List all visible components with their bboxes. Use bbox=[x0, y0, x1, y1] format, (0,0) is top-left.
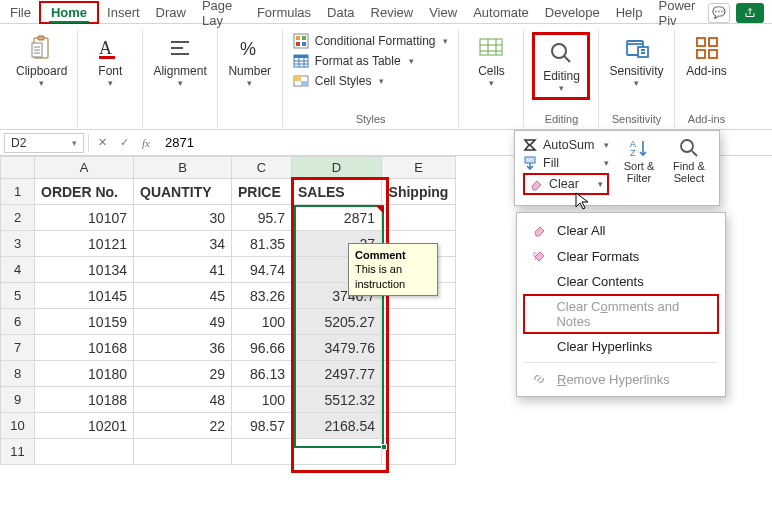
cell-C7[interactable]: 96.66 bbox=[232, 335, 292, 361]
row-header[interactable]: 4 bbox=[1, 257, 35, 283]
cell-D2[interactable]: 2871 bbox=[292, 205, 382, 231]
cell-B9[interactable]: 48 bbox=[134, 387, 232, 413]
cell-C1[interactable]: PRICE bbox=[232, 179, 292, 205]
tab-insert[interactable]: Insert bbox=[99, 3, 148, 22]
cell-C8[interactable]: 86.13 bbox=[232, 361, 292, 387]
alignment-button[interactable]: Alignment ▾ bbox=[151, 32, 208, 90]
cell-B11[interactable] bbox=[134, 439, 232, 465]
comments-icon[interactable]: 💬 bbox=[708, 3, 730, 23]
cell-B1[interactable]: QUANTITY bbox=[134, 179, 232, 205]
row-header[interactable]: 9 bbox=[1, 387, 35, 413]
cell-B6[interactable]: 49 bbox=[134, 309, 232, 335]
cell-E2[interactable] bbox=[382, 205, 456, 231]
cell-A6[interactable]: 10159 bbox=[35, 309, 134, 335]
row-header[interactable]: 10 bbox=[1, 413, 35, 439]
row-header[interactable]: 6 bbox=[1, 309, 35, 335]
find-select-button[interactable]: Find & Select bbox=[667, 137, 711, 184]
cell-D7[interactable]: 3479.76 bbox=[292, 335, 382, 361]
selection-handle[interactable] bbox=[381, 444, 387, 450]
tab-automate[interactable]: Automate bbox=[465, 3, 537, 22]
enter-icon[interactable]: ✓ bbox=[115, 134, 133, 152]
cell-C10[interactable]: 98.57 bbox=[232, 413, 292, 439]
addins-button[interactable]: Add-ins bbox=[683, 32, 731, 80]
cell-A9[interactable]: 10188 bbox=[35, 387, 134, 413]
cell-E7[interactable] bbox=[382, 335, 456, 361]
cell-A5[interactable]: 10145 bbox=[35, 283, 134, 309]
row-header[interactable]: 7 bbox=[1, 335, 35, 361]
tab-draw[interactable]: Draw bbox=[148, 3, 194, 22]
row-header[interactable]: 1 bbox=[1, 179, 35, 205]
fill-button[interactable]: Fill ▾ bbox=[523, 155, 609, 171]
format-as-table-button[interactable]: Format as Table ▾ bbox=[291, 52, 451, 70]
cell-C4[interactable]: 94.74 bbox=[232, 257, 292, 283]
row-header[interactable]: 2 bbox=[1, 205, 35, 231]
clear-button[interactable]: Clear ▾ bbox=[523, 173, 609, 195]
cell-A1[interactable]: ORDER No. bbox=[35, 179, 134, 205]
font-button[interactable]: A Font ▾ bbox=[86, 32, 134, 90]
clear-formats-button[interactable]: % Clear Formats bbox=[517, 243, 725, 269]
clear-contents-button[interactable]: Clear Contents bbox=[517, 269, 725, 294]
cell-B10[interactable]: 22 bbox=[134, 413, 232, 439]
conditional-formatting-button[interactable]: Conditional Formatting ▾ bbox=[291, 32, 451, 50]
cell-E8[interactable] bbox=[382, 361, 456, 387]
row-header[interactable]: 11 bbox=[1, 439, 35, 465]
cell-D1[interactable]: SALES bbox=[292, 179, 382, 205]
row-header[interactable]: 5 bbox=[1, 283, 35, 309]
tab-review[interactable]: Review bbox=[363, 3, 422, 22]
cell-E6[interactable] bbox=[382, 309, 456, 335]
editing-button[interactable]: Editing ▾ bbox=[537, 37, 585, 95]
cell-A3[interactable]: 10121 bbox=[35, 231, 134, 257]
cell-C3[interactable]: 81.35 bbox=[232, 231, 292, 257]
clear-all-button[interactable]: Clear All bbox=[517, 217, 725, 243]
cell-A10[interactable]: 10201 bbox=[35, 413, 134, 439]
sensitivity-button[interactable]: Sensitivity ▾ bbox=[607, 32, 665, 90]
cell-B7[interactable]: 36 bbox=[134, 335, 232, 361]
cell-E11[interactable] bbox=[382, 439, 456, 465]
cell-C2[interactable]: 95.7 bbox=[232, 205, 292, 231]
col-header-B[interactable]: B bbox=[134, 157, 232, 179]
cell-C9[interactable]: 100 bbox=[232, 387, 292, 413]
autosum-button[interactable]: AutoSum ▾ bbox=[523, 137, 609, 153]
cell-A8[interactable]: 10180 bbox=[35, 361, 134, 387]
row-header[interactable]: 8 bbox=[1, 361, 35, 387]
cell-D11[interactable] bbox=[292, 439, 382, 465]
cell-D10[interactable]: 2168.54 bbox=[292, 413, 382, 439]
cell-B5[interactable]: 45 bbox=[134, 283, 232, 309]
col-header-A[interactable]: A bbox=[35, 157, 134, 179]
row-header[interactable]: 3 bbox=[1, 231, 35, 257]
clear-hyperlinks-button[interactable]: Clear Hyperlinks bbox=[517, 334, 725, 359]
tab-formulas[interactable]: Formulas bbox=[249, 3, 319, 22]
tab-powerpivot[interactable]: Power Piv bbox=[650, 0, 708, 30]
cell-D8[interactable]: 2497.77 bbox=[292, 361, 382, 387]
tab-developer[interactable]: Develope bbox=[537, 3, 608, 22]
cell-B8[interactable]: 29 bbox=[134, 361, 232, 387]
share-button[interactable] bbox=[736, 3, 764, 23]
cell-B3[interactable]: 34 bbox=[134, 231, 232, 257]
number-button[interactable]: % Number ▾ bbox=[226, 32, 274, 90]
col-header-C[interactable]: C bbox=[232, 157, 292, 179]
cell-B2[interactable]: 30 bbox=[134, 205, 232, 231]
select-all-corner[interactable] bbox=[1, 157, 35, 179]
clear-comments-notes-button[interactable]: Clear Comments and Notes bbox=[523, 294, 719, 334]
fx-icon[interactable]: fx bbox=[137, 134, 155, 152]
cells-button[interactable]: Cells ▾ bbox=[467, 32, 515, 90]
cell-C6[interactable]: 100 bbox=[232, 309, 292, 335]
cell-A11[interactable] bbox=[35, 439, 134, 465]
tab-help[interactable]: Help bbox=[608, 3, 651, 22]
cell-styles-button[interactable]: Cell Styles ▾ bbox=[291, 72, 451, 90]
cancel-icon[interactable]: ✕ bbox=[93, 134, 111, 152]
tab-file[interactable]: File bbox=[2, 3, 39, 22]
cell-C11[interactable] bbox=[232, 439, 292, 465]
cell-B4[interactable]: 41 bbox=[134, 257, 232, 283]
sort-filter-button[interactable]: AZ Sort & Filter bbox=[617, 137, 661, 184]
cell-E10[interactable] bbox=[382, 413, 456, 439]
col-header-D[interactable]: D bbox=[292, 157, 382, 179]
cell-D6[interactable]: 5205.27 bbox=[292, 309, 382, 335]
cell-A2[interactable]: 10107 bbox=[35, 205, 134, 231]
clipboard-button[interactable]: Clipboard ▾ bbox=[14, 32, 69, 90]
cell-E9[interactable] bbox=[382, 387, 456, 413]
col-header-E[interactable]: E bbox=[382, 157, 456, 179]
cell-E1[interactable]: Shipping bbox=[382, 179, 456, 205]
name-box[interactable]: D2 ▾ bbox=[4, 133, 84, 153]
tab-home[interactable]: Home bbox=[43, 3, 95, 22]
